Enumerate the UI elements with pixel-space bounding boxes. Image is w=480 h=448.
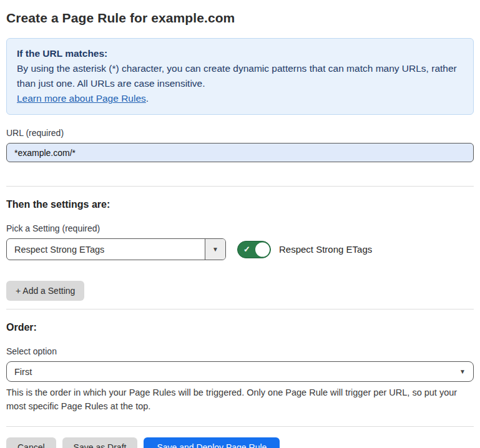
order-heading: Order: — [6, 322, 474, 333]
create-page-rule-form: Create a Page Rule for example.com If th… — [0, 0, 480, 448]
url-match-info-box: If the URL matches: By using the asteris… — [6, 38, 474, 115]
order-help-text: This is the order in which your Page Rul… — [6, 386, 471, 413]
cancel-button[interactable]: Cancel — [6, 437, 56, 448]
save-draft-button[interactable]: Save as Draft — [62, 437, 138, 448]
link-period: . — [146, 93, 149, 104]
chevron-down-icon: ▼ — [212, 246, 218, 253]
section-divider — [6, 186, 474, 187]
setting-picker-label: Pick a Setting (required) — [6, 223, 474, 233]
add-setting-button[interactable]: + Add a Setting — [6, 281, 84, 301]
setting-dropdown-button[interactable]: ▼ — [205, 239, 225, 260]
chevron-down-icon: ▼ — [459, 368, 466, 375]
setting-toggle-label: Respect Strong ETags — [279, 244, 372, 255]
setting-dropdown-value: Respect Strong ETags — [7, 239, 205, 260]
page-title: Create a Page Rule for example.com — [6, 11, 474, 26]
info-box-heading: If the URL matches: — [17, 46, 463, 61]
learn-more-link[interactable]: Learn more about Page Rules — [17, 93, 146, 104]
info-box-link-line: Learn more about Page Rules. — [17, 91, 463, 106]
info-box-body: By using the asterisk (*) character, you… — [17, 61, 463, 91]
order-select[interactable]: First ▼ — [6, 361, 474, 382]
url-input[interactable] — [6, 143, 474, 162]
setting-toggle[interactable]: ✓ — [237, 241, 271, 258]
toggle-knob — [255, 242, 270, 256]
check-icon: ✓ — [243, 245, 250, 254]
url-field-label: URL (required) — [6, 128, 474, 138]
order-select-label: Select option — [6, 346, 474, 356]
footer-divider — [6, 426, 474, 427]
setting-dropdown[interactable]: Respect Strong ETags ▼ — [6, 238, 226, 260]
footer-actions: Cancel Save as Draft Save and Deploy Pag… — [6, 437, 474, 448]
settings-heading: Then the settings are: — [6, 199, 474, 210]
setting-row: Respect Strong ETags ▼ ✓ Respect Strong … — [6, 238, 474, 260]
order-select-value: First — [14, 367, 32, 377]
section-divider — [6, 309, 474, 309]
save-deploy-button[interactable]: Save and Deploy Page Rule — [144, 437, 280, 448]
